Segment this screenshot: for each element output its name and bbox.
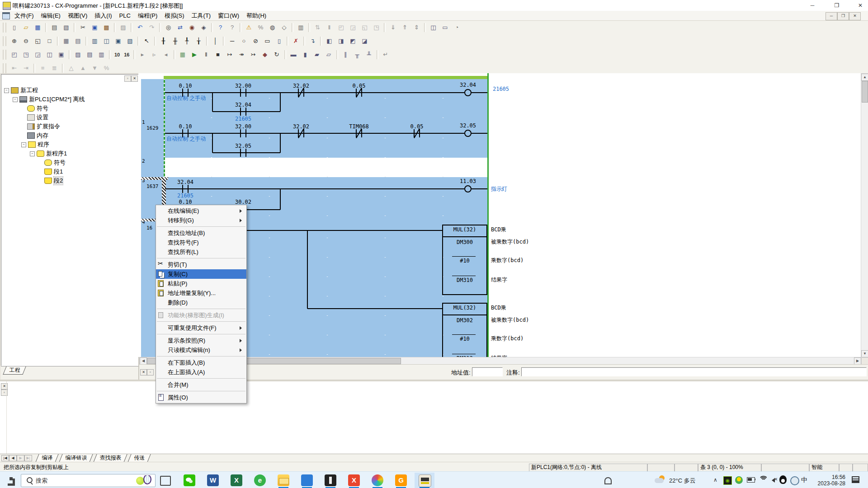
print-preview-icon[interactable]: ▧ (61, 22, 72, 33)
taskbar-cx-programmer-icon[interactable] (419, 474, 431, 487)
sim-run-icon[interactable]: ▶ (189, 49, 200, 61)
context-menu-item-2[interactable]: 转移到(G) (156, 216, 246, 225)
find-icon[interactable]: ◎ (163, 22, 174, 33)
menu-2[interactable]: 编辑(E) (38, 11, 64, 20)
instruction-block-MUL(32)[interactable]: MUL(32)DM302#10DM312 (442, 303, 487, 357)
windows-project-icon[interactable]: ◰ (9, 49, 20, 61)
workspace-pin-button[interactable]: ▫ (124, 75, 131, 82)
weather-temp-text[interactable]: 22°C 多云 (669, 477, 696, 485)
battery-icon[interactable] (747, 477, 755, 483)
context-menu-item-17[interactable]: 合并(M) (156, 380, 246, 389)
sim-pause-icon[interactable]: ‖ (201, 49, 212, 61)
menu-5[interactable]: PLC (116, 11, 134, 21)
cut-icon[interactable]: ✂ (77, 22, 89, 33)
select-tool-icon[interactable]: ↖ (141, 36, 152, 47)
redo-icon[interactable]: ↷ (146, 22, 157, 33)
clock[interactable]: 16:562023-08-28 (813, 474, 845, 487)
context-menu-item-13[interactable]: 显示条按照(R) (156, 336, 246, 345)
contact-32.00[interactable] (240, 89, 246, 97)
context-menu-item-16[interactable]: 在上面插入(A) (156, 367, 246, 377)
split-window-icon[interactable]: ╥ (352, 49, 363, 61)
goto-rung-icon[interactable]: ↴ (307, 36, 318, 47)
force-set-icon[interactable]: △ (66, 63, 77, 74)
run-mode-icon[interactable]: ◳ (371, 22, 382, 33)
context-menu-item-1[interactable]: 在线编辑(E) (156, 206, 246, 216)
context-help-icon[interactable]: ? (226, 22, 238, 33)
rung-0-margin[interactable] (141, 79, 165, 119)
expander-icon[interactable]: − (13, 97, 18, 102)
tab-scroll-prev-icon[interactable]: ◀ (9, 455, 17, 461)
sidebar-item-扩展指令-4[interactable]: 扩展指令 (21, 122, 60, 131)
sidebar-item-符号-2[interactable]: 符号 (21, 104, 48, 113)
taskbar-file-explorer-icon[interactable] (278, 474, 289, 486)
zoom-in-icon[interactable]: ⊕ (9, 36, 20, 47)
coil-32.05[interactable] (464, 130, 472, 137)
compare-with-plc-icon[interactable]: ⇕ (411, 22, 422, 33)
indent-decrease-icon[interactable]: ⇤ (9, 63, 20, 74)
menu-8[interactable]: 工具(T) (188, 11, 215, 20)
toolbar-handle[interactable] (3, 36, 6, 46)
context-menu-item-9[interactable]: 地址增量复制(Y)... (156, 288, 246, 298)
help-topics-icon[interactable]: ? (215, 22, 226, 33)
monitor-mode-icon[interactable]: ◱ (359, 22, 370, 33)
tab-编译错误[interactable]: 编译错误 (59, 454, 93, 462)
tray-chevron-icon[interactable]: ∧ (713, 477, 717, 483)
edit-instruction-icon[interactable]: ▯ (274, 36, 285, 47)
io-comment-view-icon[interactable]: ◪ (359, 36, 370, 47)
context-menu-item-4[interactable]: 查找符号(F) (156, 238, 246, 247)
child-close-button[interactable]: ✕ (849, 12, 861, 20)
watch-window-icon[interactable]: ▧ (124, 36, 136, 47)
cascade-windows-icon[interactable]: ▰ (311, 49, 323, 61)
contact-32.05[interactable] (240, 149, 246, 157)
tab-scroll-first-icon[interactable]: |◀ (1, 455, 9, 461)
start-button[interactable] (6, 477, 13, 483)
open-file-icon[interactable]: ▱ (20, 22, 32, 33)
transfer-to-plc-icon[interactable]: ⇓ (387, 22, 399, 33)
tab-scroll-next-icon[interactable]: ▶ (17, 455, 24, 461)
context-menu-item-6[interactable]: 剪切(T) (156, 260, 246, 269)
tab-project[interactable]: 工程 (3, 366, 26, 375)
windows-watch-icon[interactable]: ◲ (32, 49, 43, 61)
indent-increase-icon[interactable]: ⇥ (20, 63, 32, 74)
contact-0.05[interactable] (356, 89, 362, 97)
context-menu-item-8[interactable]: 粘贴(P) (156, 279, 246, 288)
toolbar-handle[interactable] (3, 63, 6, 73)
show-rung-comments-icon[interactable]: ▤ (72, 36, 84, 47)
instruction-block-MUL(32)[interactable]: MUL(32)DM300#10DM310 (442, 225, 487, 295)
taskbar-mobile-assistant-icon[interactable] (301, 474, 313, 486)
mdi-child-icon[interactable] (2, 12, 10, 19)
new-file-icon[interactable]: ▯ (9, 22, 20, 33)
radix-hex-icon[interactable]: 16 (122, 49, 131, 61)
context-menu-item-18[interactable]: 属性(O) (156, 393, 246, 402)
new-instruction-icon[interactable]: ▭ (262, 36, 273, 47)
horizontal-line-icon[interactable]: ─ (226, 36, 238, 47)
sim-break-icon[interactable]: ◆ (259, 49, 271, 61)
force-reset-icon[interactable]: ▲ (77, 63, 89, 74)
toolbar-handle[interactable] (3, 50, 6, 60)
new-contact-icon[interactable]: ╂ (158, 36, 169, 47)
menu-6[interactable]: 编程(P) (134, 11, 161, 20)
zoom-select-icon[interactable]: ◔ (451, 22, 462, 33)
wifi-icon[interactable] (759, 476, 767, 482)
windows-diagram-icon[interactable]: ▤ (84, 49, 95, 61)
contact-32.00[interactable] (240, 129, 246, 137)
list-view-icon[interactable]: ≡ (37, 63, 48, 74)
taskbar-thunder-icon[interactable]: X (348, 474, 360, 486)
expander-icon[interactable]: − (30, 151, 35, 156)
sidebar-item-段1-9[interactable]: 段1 (38, 168, 63, 176)
new-contact-closed-icon[interactable]: ╫ (170, 36, 181, 47)
windows-xref-icon[interactable]: ◫ (44, 49, 55, 61)
new-coil-icon[interactable]: ○ (238, 36, 250, 47)
context-menu-item-10[interactable]: 删除(D) (156, 298, 246, 307)
pause-monitor-icon[interactable]: ‖ (324, 22, 335, 33)
zoom-100-icon[interactable]: □ (44, 36, 55, 47)
scroll-up-icon[interactable]: ▲ (861, 74, 868, 81)
replace-icon[interactable]: ⇄ (175, 22, 186, 33)
child-restore-button[interactable]: ❐ (837, 12, 849, 20)
coil-32.04[interactable] (464, 89, 472, 96)
program-mode-icon[interactable]: ◰ (335, 22, 347, 33)
context-menu-item-14[interactable]: 只读模式编辑(n) (156, 345, 246, 355)
force-cancel-icon[interactable]: ▼ (89, 63, 100, 74)
sidebar-item-程序-6[interactable]: −程序 (21, 141, 49, 149)
mnemonics-view-icon[interactable]: ◨ (335, 36, 347, 47)
